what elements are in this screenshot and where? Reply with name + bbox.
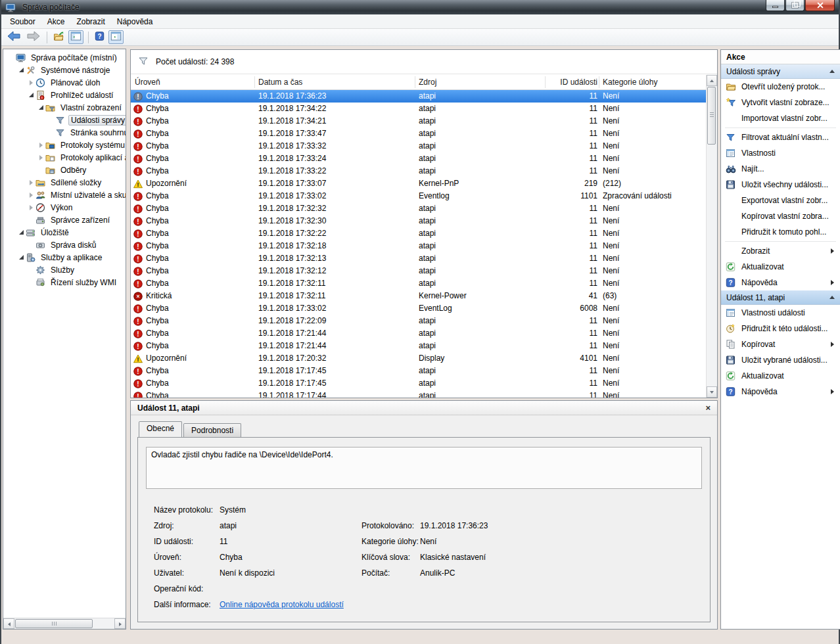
action-section-header-0[interactable]: Události správy (721, 64, 840, 79)
action-section-header-1[interactable]: Událost 11, atapi (721, 290, 840, 305)
tree-item-13[interactable]: Správce zařízení (3, 214, 126, 226)
event-row-11[interactable]: !Chyba19.1.2018 17:32:22atapi11Není (131, 227, 706, 240)
collapse-expander-icon[interactable] (27, 93, 35, 97)
column-divider[interactable] (545, 76, 546, 88)
event-row-15[interactable]: !Chyba19.1.2018 17:32:11atapi11Není (131, 277, 706, 290)
scroll-up-button[interactable] (707, 75, 717, 86)
event-help-link[interactable]: Online nápověda protokolu událostí (220, 600, 362, 609)
action-item-1-0[interactable]: Vlastnosti události (721, 305, 840, 321)
scroll-right-button[interactable] (114, 618, 126, 629)
expand-expander-icon[interactable] (37, 143, 45, 148)
menu-item-2[interactable]: Zobrazit (70, 15, 110, 28)
column-header-4[interactable]: Kategorie úlohy (603, 75, 704, 90)
event-row-4[interactable]: !Chyba19.1.2018 17:33:32atapi11Není (131, 140, 706, 152)
restore-button[interactable] (785, 0, 805, 11)
scroll-down-button[interactable] (707, 386, 717, 398)
tree-item-11[interactable]: Místní uživatelé a skupiny (3, 189, 126, 201)
event-row-12[interactable]: !Chyba19.1.2018 17:32:18atapi11Není (131, 240, 706, 252)
collapse-expander-icon[interactable] (17, 68, 26, 72)
event-row-22[interactable]: !Chyba19.1.2018 17:17:45atapi11Není (131, 365, 706, 377)
menu-item-1[interactable]: Akce (41, 15, 71, 28)
close-button[interactable] (805, 0, 835, 11)
collapse-icon[interactable] (829, 70, 835, 73)
events-vertical-scrollbar[interactable] (706, 75, 717, 398)
tree-item-12[interactable]: Výkon (3, 201, 126, 214)
collapse-expander-icon[interactable] (37, 105, 45, 110)
console-tree-button[interactable] (68, 30, 83, 44)
action-item-0-1[interactable]: Vytvořit vlastní zobraze... (721, 95, 840, 110)
event-row-2[interactable]: !Chyba19.1.2018 17:34:21atapi11Není (131, 115, 706, 127)
tree-item-5[interactable]: Události správy (3, 114, 126, 126)
action-item-0-10[interactable]: Zobrazit (721, 243, 840, 259)
export-button[interactable] (52, 31, 66, 44)
column-header-0[interactable]: Úroveň (135, 75, 253, 90)
event-row-17[interactable]: !Chyba19.1.2018 17:33:02EventLog6008Není (131, 302, 706, 315)
event-row-19[interactable]: !Chyba19.1.2018 17:21:44atapi11Není (131, 327, 706, 340)
action-item-1-2[interactable]: Kopírovat (721, 336, 840, 352)
event-row-18[interactable]: !Chyba19.1.2018 17:22:09atapi11Není (131, 315, 706, 327)
tab-details[interactable]: Podrobnosti (183, 423, 241, 437)
event-row-8[interactable]: !Chyba19.1.2018 17:33:02Eventlog1101Zpra… (131, 190, 706, 202)
tree-horizontal-scrollbar[interactable] (3, 618, 126, 629)
event-row-6[interactable]: !Chyba19.1.2018 17:33:22atapi11Není (131, 165, 706, 177)
tree-item-9[interactable]: Odběry (3, 164, 126, 176)
action-item-0-6[interactable]: Uložit všechny události... (721, 177, 840, 193)
collapse-expander-icon[interactable] (17, 230, 26, 235)
action-item-0-12[interactable]: ?Nápověda (721, 275, 840, 290)
tree-item-0[interactable]: Správa počítače (místní) (3, 51, 126, 64)
tree-item-10[interactable]: Sdílené složky (3, 176, 126, 189)
event-row-21[interactable]: !Upozornění19.1.2018 17:20:32Display4101… (131, 352, 706, 365)
help-button[interactable]: ? (93, 31, 106, 43)
menu-item-0[interactable]: Soubor (4, 15, 41, 28)
tree-item-7[interactable]: Protokoly systému Windows (3, 139, 126, 151)
tree-item-18[interactable]: Řízení služby WMI (3, 276, 126, 288)
event-row-0[interactable]: !Chyba19.1.2018 17:36:23atapi11Není (131, 90, 706, 103)
column-header-row[interactable]: ÚroveňDatum a časZdrojID událostiKategor… (131, 75, 706, 90)
event-row-16[interactable]: ×Kritická19.1.2018 17:32:11Kernel-Power4… (131, 290, 706, 302)
column-divider[interactable] (415, 76, 415, 88)
action-item-0-9[interactable]: Přidružit k tomuto pohl... (721, 224, 840, 240)
expand-expander-icon[interactable] (27, 193, 35, 198)
event-row-7[interactable]: !Upozornění19.1.2018 17:33:07Kernel-PnP2… (131, 177, 706, 190)
back-button[interactable] (5, 30, 22, 44)
event-row-9[interactable]: !Chyba19.1.2018 17:32:32atapi11Není (131, 202, 706, 215)
event-row-3[interactable]: !Chyba19.1.2018 17:33:47atapi11Není (131, 127, 706, 140)
action-item-1-3[interactable]: Uložit vybrané události... (721, 352, 840, 368)
event-row-5[interactable]: !Chyba19.1.2018 17:33:24atapi11Není (131, 152, 706, 165)
tree-item-3[interactable]: !Prohlížeč událostí (3, 89, 126, 101)
tree-item-15[interactable]: Správa disků (3, 239, 126, 251)
horizontal-scrollbar-thumb[interactable] (15, 619, 93, 628)
column-divider[interactable] (254, 76, 255, 88)
action-item-0-5[interactable]: Najít... (721, 161, 840, 177)
action-item-1-5[interactable]: ?Nápověda (721, 384, 840, 400)
column-header-2[interactable]: Zdroj (419, 75, 544, 90)
event-row-24[interactable]: !Chyba19.1.2018 17:17:44atapi11Není (131, 390, 706, 398)
expand-expander-icon[interactable] (37, 155, 45, 160)
titlebar[interactable]: Správa počítače (1, 0, 839, 14)
expand-expander-icon[interactable] (27, 205, 35, 210)
event-row-14[interactable]: !Chyba19.1.2018 17:32:12atapi11Není (131, 265, 706, 277)
column-header-3[interactable]: ID události (546, 75, 597, 90)
column-header-1[interactable]: Datum a čas (258, 75, 413, 90)
event-row-10[interactable]: !Chyba19.1.2018 17:32:30atapi11Není (131, 215, 706, 227)
event-row-23[interactable]: !Chyba19.1.2018 17:17:45atapi11Není (131, 377, 706, 390)
tree-item-8[interactable]: Protokoly aplikací a služeb (3, 151, 126, 164)
scroll-left-button[interactable] (3, 618, 14, 629)
action-pane-button[interactable] (108, 30, 124, 44)
event-row-20[interactable]: !Chyba19.1.2018 17:21:44atapi11Není (131, 340, 706, 352)
tree-item-6[interactable]: Stránka souhrnu (3, 126, 126, 139)
action-item-1-4[interactable]: Aktualizovat (721, 368, 840, 384)
action-item-0-7[interactable]: Exportovat vlastní zobr... (721, 193, 840, 208)
forward-button[interactable] (25, 30, 42, 44)
tab-general[interactable]: Obecné (139, 421, 182, 437)
tree-item-17[interactable]: Služby (3, 264, 126, 276)
tree-item-14[interactable]: Úložiště (3, 226, 126, 239)
tree-item-2[interactable]: Plánovač úloh (3, 76, 126, 89)
action-item-1-1[interactable]: Přidružit k této události... (721, 321, 840, 336)
tree-item-4[interactable]: Vlastní zobrazení (3, 101, 126, 114)
expand-expander-icon[interactable] (27, 80, 35, 85)
action-item-0-8[interactable]: Kopírovat vlastní zobra... (721, 208, 840, 224)
expand-expander-icon[interactable] (27, 180, 35, 185)
event-row-13[interactable]: !Chyba19.1.2018 17:32:13atapi11Není (131, 252, 706, 265)
action-item-0-3[interactable]: Filtrovat aktuální vlastn... (721, 129, 840, 145)
